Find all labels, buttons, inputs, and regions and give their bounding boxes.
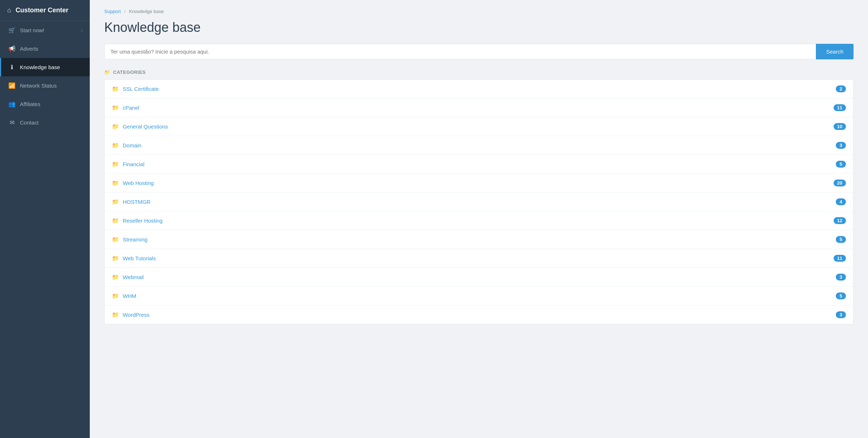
category-badge: 3 (836, 311, 846, 318)
category-badge: 4 (836, 198, 846, 205)
category-badge: 2 (836, 85, 846, 92)
contact-icon: ✉ (8, 119, 16, 126)
category-badge: 11 (834, 104, 846, 111)
adverts-icon: 📢 (8, 45, 16, 52)
sidebar-item-contact[interactable]: ✉ Contact (0, 113, 90, 132)
category-name: Streaming (123, 236, 836, 243)
category-name: Domain (123, 142, 836, 148)
categories-list: 📁 SSL Certificate 2 📁 cPanel 11 📁 Genera… (104, 79, 854, 324)
categories-label: CATEGORIES (113, 70, 146, 75)
category-name: Webmail (123, 274, 836, 280)
start-now-icon: 🛒 (8, 27, 16, 34)
sidebar-item-label-knowledge-base: Knowledge base (20, 64, 83, 70)
category-folder-icon: 📁 (112, 85, 119, 92)
category-folder-icon: 📁 (112, 198, 119, 205)
category-name: SSL Certificate (123, 86, 836, 92)
breadcrumb: Support / Knowledge base (104, 9, 854, 14)
category-item[interactable]: 📁 Web Hosting 20 (105, 174, 853, 193)
category-folder-icon: 📁 (112, 292, 119, 299)
sidebar-nav: 🛒 Start now! › 📢 Adverts ℹ Knowledge bas… (0, 21, 90, 132)
category-item[interactable]: 📁 SSL Certificate 2 (105, 80, 853, 98)
category-badge: 10 (834, 123, 846, 130)
category-name: WordPress (123, 312, 836, 318)
category-folder-icon: 📁 (112, 104, 119, 111)
category-name: Web Hosting (123, 180, 834, 186)
category-folder-icon: 📁 (112, 311, 119, 318)
category-item[interactable]: 📁 Reseller Hosting 12 (105, 211, 853, 230)
home-icon: ⌂ (7, 7, 11, 14)
sidebar-item-label-affiliates: Affiliates (20, 101, 83, 107)
sidebar-item-start-now[interactable]: 🛒 Start now! › (0, 21, 90, 39)
category-folder-icon: 📁 (112, 217, 119, 224)
category-item[interactable]: 📁 cPanel 11 (105, 98, 853, 117)
category-name: cPanel (123, 105, 834, 111)
sidebar: ⌂ Customer Center 🛒 Start now! › 📢 Adver… (0, 0, 90, 438)
sidebar-header: ⌂ Customer Center (0, 0, 90, 21)
category-badge: 3 (836, 274, 846, 281)
sidebar-item-affiliates[interactable]: 👥 Affiliates (0, 95, 90, 113)
category-item[interactable]: 📁 WordPress 3 (105, 306, 853, 324)
main-content: Support / Knowledge base Knowledge base … (90, 0, 868, 438)
category-name: Reseller Hosting (123, 218, 834, 224)
sidebar-item-label-contact: Contact (20, 119, 83, 126)
search-button[interactable]: Search (816, 44, 854, 59)
category-item[interactable]: 📁 General Questions 10 (105, 117, 853, 136)
search-input[interactable] (104, 44, 816, 59)
folder-icon: 📁 (104, 70, 110, 75)
category-folder-icon: 📁 (112, 236, 119, 243)
breadcrumb-current: Knowledge base (129, 9, 164, 14)
chevron-icon: › (81, 28, 83, 33)
knowledge-base-icon: ℹ (8, 64, 16, 71)
category-item[interactable]: 📁 WHM 5 (105, 287, 853, 306)
category-badge: 5 (836, 236, 846, 243)
category-badge: 5 (836, 292, 846, 299)
category-item[interactable]: 📁 Financial 5 (105, 155, 853, 174)
category-item[interactable]: 📁 Domain 3 (105, 136, 853, 155)
categories-section-title: 📁 CATEGORIES (104, 70, 854, 75)
sidebar-item-label-start-now: Start now! (20, 27, 77, 33)
category-item[interactable]: 📁 HOSTMGR 4 (105, 193, 853, 211)
page-title: Knowledge base (104, 20, 854, 35)
sidebar-item-label-adverts: Adverts (20, 46, 83, 52)
category-name: Web Tutorials (123, 255, 834, 261)
category-badge: 20 (834, 180, 846, 186)
category-folder-icon: 📁 (112, 123, 119, 130)
category-folder-icon: 📁 (112, 180, 119, 186)
category-folder-icon: 📁 (112, 161, 119, 168)
category-item[interactable]: 📁 Streaming 5 (105, 230, 853, 249)
network-status-icon: 📶 (8, 82, 16, 89)
sidebar-item-network-status[interactable]: 📶 Network Status (0, 76, 90, 95)
sidebar-title: Customer Center (16, 7, 68, 14)
search-bar: Search (104, 44, 854, 59)
sidebar-item-adverts[interactable]: 📢 Adverts (0, 39, 90, 58)
category-name: HOSTMGR (123, 199, 836, 205)
category-badge: 11 (834, 255, 846, 262)
category-name: Financial (123, 161, 836, 167)
sidebar-item-label-network-status: Network Status (20, 83, 83, 89)
category-item[interactable]: 📁 Web Tutorials 11 (105, 249, 853, 268)
category-folder-icon: 📁 (112, 274, 119, 281)
sidebar-item-knowledge-base[interactable]: ℹ Knowledge base (0, 58, 90, 76)
category-badge: 12 (834, 217, 846, 224)
affiliates-icon: 👥 (8, 101, 16, 108)
category-name: WHM (123, 293, 836, 299)
category-folder-icon: 📁 (112, 142, 119, 149)
category-name: General Questions (123, 123, 834, 130)
category-badge: 3 (836, 142, 846, 149)
category-badge: 5 (836, 161, 846, 168)
breadcrumb-support-link[interactable]: Support (104, 9, 121, 14)
breadcrumb-separator: / (124, 9, 126, 14)
category-folder-icon: 📁 (112, 255, 119, 262)
category-item[interactable]: 📁 Webmail 3 (105, 268, 853, 287)
